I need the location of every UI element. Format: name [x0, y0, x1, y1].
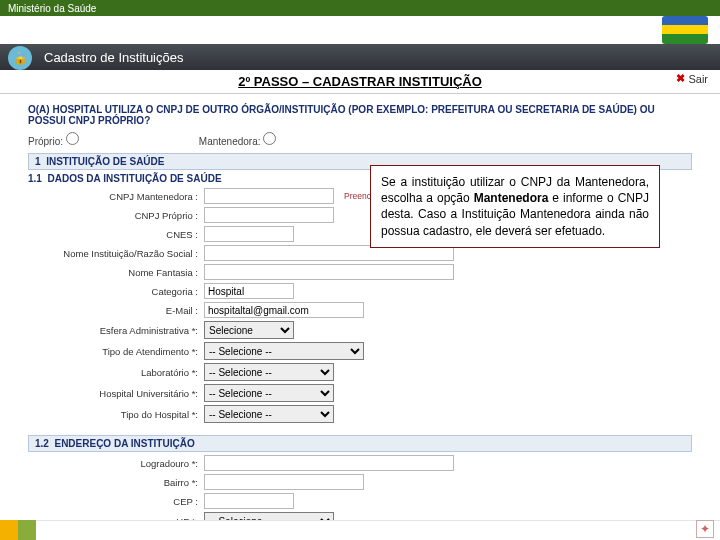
select-hosp-univ[interactable]: -- Selecione --	[204, 384, 334, 402]
module-title: Cadastro de Instituições	[44, 50, 183, 65]
brasil-logo	[654, 16, 716, 44]
input-cep[interactable]	[204, 493, 294, 509]
radio-mantenedora[interactable]: Mantenedora:	[199, 132, 277, 147]
label-hosp-univ: Hospital Universitário *:	[28, 388, 198, 399]
select-tipo-atend[interactable]: -- Selecione --	[204, 342, 364, 360]
input-logradouro[interactable]	[204, 455, 454, 471]
label-cnes: CNES :	[28, 229, 198, 240]
radio-proprio-input[interactable]	[66, 132, 79, 145]
select-tipo-hosp[interactable]: -- Selecione --	[204, 405, 334, 423]
label-razao: Nome Instituição/Razão Social :	[28, 248, 198, 259]
label-fantasia: Nome Fantasia :	[28, 267, 198, 278]
input-bairro[interactable]	[204, 474, 364, 490]
label-bairro: Bairro *:	[28, 477, 198, 488]
label-logradouro: Logradouro *:	[28, 458, 198, 469]
exit-label: Sair	[688, 73, 708, 85]
logo-bar	[0, 16, 720, 44]
step-title-bar: 2º PASSO – CADASTRAR INSTITUIÇÃO	[0, 70, 720, 94]
input-cnpj-mant[interactable]	[204, 188, 334, 204]
select-laboratorio[interactable]: -- Selecione --	[204, 363, 334, 381]
cnpj-radio-row: Próprio: Mantenedora:	[28, 132, 692, 147]
input-cnpj-prop[interactable]	[204, 207, 334, 223]
label-cnpj-prop: CNPJ Próprio :	[28, 210, 198, 221]
nav-corner-icon[interactable]: ✦	[696, 520, 714, 538]
footer-bar: ✦	[0, 520, 720, 540]
ministry-label: Ministério da Saúde	[8, 3, 96, 14]
label-esfera: Esfera Administrativa *:	[28, 325, 198, 336]
step-title: 2º PASSO – CADASTRAR INSTITUIÇÃO	[238, 74, 482, 89]
close-icon: ✖	[676, 72, 685, 85]
input-cnes[interactable]	[204, 226, 294, 242]
radio-proprio[interactable]: Próprio:	[28, 132, 79, 147]
section-1-2-header: 1.2 ENDEREÇO DA INSTITUIÇÃO	[28, 435, 692, 452]
label-tipo-atend: Tipo de Atendimento *:	[28, 346, 198, 357]
label-tipo-hosp: Tipo do Hospital *:	[28, 409, 198, 420]
cnpj-question: O(A) HOSPITAL UTILIZA O CNPJ DE OUTRO ÓR…	[28, 104, 692, 126]
exit-link[interactable]: ✖ Sair	[676, 72, 708, 85]
label-categoria: Categoria :	[28, 286, 198, 297]
label-email: E-Mail :	[28, 305, 198, 316]
radio-mantenedora-input[interactable]	[263, 132, 276, 145]
module-title-bar: 🔒 Cadastro de Instituições	[0, 44, 720, 70]
help-tooltip: Se a instituição utilizar o CNPJ da Mant…	[370, 165, 660, 248]
padlock-icon: 🔒	[8, 46, 32, 70]
form-content: O(A) HOSPITAL UTILIZA O CNPJ DE OUTRO ÓR…	[0, 94, 720, 540]
label-cnpj-mant: CNPJ Mantenedora :	[28, 191, 198, 202]
input-fantasia[interactable]	[204, 264, 454, 280]
select-esfera[interactable]: Selecione	[204, 321, 294, 339]
gov-topbar: Ministério da Saúde	[0, 0, 720, 16]
input-email[interactable]	[204, 302, 364, 318]
label-laboratorio: Laboratório *:	[28, 367, 198, 378]
label-cep: CEP :	[28, 496, 198, 507]
input-categoria[interactable]	[204, 283, 294, 299]
